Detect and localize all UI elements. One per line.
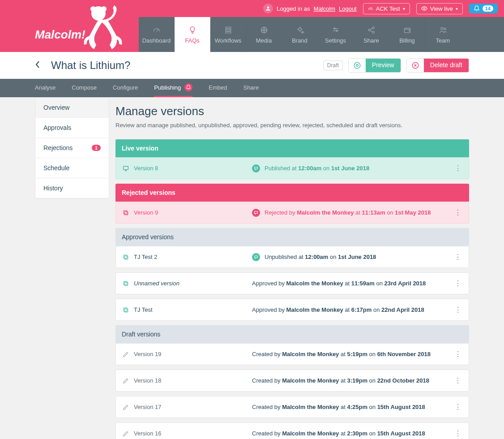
version-row: Version 8 Published at 12:00am on 1st Ju… bbox=[115, 157, 469, 179]
version-status: Created by Malcolm the Monkey at 5:19pm … bbox=[252, 351, 453, 357]
svg-rect-26 bbox=[124, 166, 128, 169]
sidebar-item-history[interactable]: History bbox=[35, 178, 109, 198]
copy-icon bbox=[122, 280, 129, 287]
sidebar-item-label: Approvals bbox=[43, 124, 71, 131]
nav-tab-label: Team bbox=[436, 37, 450, 44]
nav-tab-team[interactable]: Team bbox=[425, 17, 461, 52]
svg-point-10 bbox=[263, 27, 265, 29]
svg-point-18 bbox=[372, 31, 374, 33]
subnav-embed[interactable]: Embed bbox=[209, 79, 227, 97]
pencil-icon bbox=[122, 430, 129, 437]
version-more-button[interactable]: ⋮ bbox=[453, 279, 462, 288]
topbar: Logged in as Malcolm Logout ACK Test ▾ V… bbox=[0, 0, 504, 17]
subnav-configure[interactable]: Configure bbox=[113, 79, 138, 97]
nav-tab-dashboard[interactable]: Dashboard bbox=[139, 17, 175, 52]
nav-tab-label: Billing bbox=[399, 37, 415, 44]
version-name: Version 8 bbox=[134, 165, 158, 172]
back-button[interactable] bbox=[35, 60, 40, 71]
svg-point-12 bbox=[263, 31, 265, 32]
subnav-label: Publishing bbox=[154, 84, 181, 91]
svg-point-0 bbox=[267, 6, 269, 9]
version-name: Version 17 bbox=[134, 404, 161, 410]
brand-text: Malcolm! bbox=[35, 28, 85, 42]
section-head-live: Live version bbox=[115, 139, 469, 157]
preview-icon-button[interactable] bbox=[349, 59, 366, 72]
subnav-share[interactable]: Share bbox=[243, 79, 259, 97]
sidebar-item-approvals[interactable]: Approvals bbox=[35, 118, 109, 138]
version-status: Approved by Malcolm the Monkey at 6:17pm… bbox=[252, 306, 453, 313]
version-more-button[interactable]: ⋮ bbox=[453, 376, 462, 385]
version-more-button[interactable]: ⋮ bbox=[453, 253, 462, 261]
share-icon bbox=[367, 26, 376, 34]
version-status: Created by Malcolm the Monkey at 3:19pm … bbox=[252, 377, 453, 384]
sliders-icon bbox=[331, 26, 340, 34]
nav-tab-label: Dashboard bbox=[142, 37, 171, 44]
subnav-compose[interactable]: Compose bbox=[72, 79, 97, 97]
section-head-rejected: Rejected versions bbox=[115, 184, 469, 202]
logout-link[interactable]: Logout bbox=[339, 5, 357, 12]
svg-point-21 bbox=[441, 27, 443, 30]
version-status: Published at 12:00am on 1st June 2018 bbox=[252, 164, 453, 172]
version-more-button[interactable]: ⋮ bbox=[453, 429, 462, 438]
comment-icon bbox=[252, 253, 260, 261]
delete-icon-button[interactable] bbox=[407, 59, 424, 72]
sidebar: OverviewApprovalsRejections1ScheduleHist… bbox=[35, 97, 109, 198]
notif-count: 14 bbox=[483, 5, 493, 12]
logged-in-label: Logged in as bbox=[277, 5, 310, 12]
username-link[interactable]: Malcolm bbox=[314, 5, 335, 12]
preview-button[interactable]: Preview bbox=[366, 59, 401, 72]
subnav-label: Configure bbox=[113, 84, 138, 91]
nav-tab-share[interactable]: Share bbox=[354, 17, 389, 52]
version-more-button[interactable]: ⋮ bbox=[453, 208, 462, 217]
svg-rect-29 bbox=[124, 256, 128, 259]
svg-rect-31 bbox=[124, 282, 128, 285]
svg-point-8 bbox=[261, 27, 267, 33]
section-head-approved: Approved versions bbox=[115, 228, 469, 246]
subnav-label: Analyse bbox=[35, 84, 56, 91]
version-more-button[interactable]: ⋮ bbox=[453, 306, 462, 314]
copy-icon bbox=[122, 209, 129, 216]
version-row: TJ Test Approved by Malcolm the Monkey a… bbox=[115, 299, 469, 321]
version-status: Created by Malcolm the Monkey at 4:25pm … bbox=[252, 404, 453, 410]
nav-tab-media[interactable]: Media bbox=[246, 17, 282, 52]
svg-point-9 bbox=[263, 29, 265, 30]
logged-in-info: Logged in as Malcolm Logout bbox=[263, 4, 357, 13]
bell-badge-icon bbox=[184, 83, 192, 91]
sidebar-item-overview[interactable]: Overview bbox=[35, 98, 109, 118]
version-row: Version 9 Rejected by Malcolm the Monkey… bbox=[115, 202, 469, 224]
subnav-analyse[interactable]: Analyse bbox=[35, 79, 56, 97]
subnav: AnalyseComposeConfigurePublishingEmbedSh… bbox=[0, 79, 504, 97]
svg-rect-27 bbox=[124, 211, 128, 215]
version-more-button[interactable]: ⋮ bbox=[453, 350, 462, 358]
main-subheading: Review and manage published, unpublished… bbox=[115, 122, 469, 129]
delete-draft-button[interactable]: Delete draft bbox=[424, 59, 469, 72]
nav-tab-billing[interactable]: Billing bbox=[389, 17, 425, 52]
chevron-down-icon: ▾ bbox=[456, 6, 458, 11]
nav-tab-label: Share bbox=[363, 37, 379, 44]
nav-tab-workflows[interactable]: Workflows bbox=[210, 17, 246, 52]
pencil-icon bbox=[122, 404, 129, 411]
draft-badge: Draft bbox=[323, 60, 343, 70]
ack-test-button[interactable]: ACK Test ▾ bbox=[363, 3, 410, 14]
section-head-draft: Draft versions bbox=[115, 325, 469, 343]
svg-point-22 bbox=[444, 28, 446, 30]
sidebar-item-schedule[interactable]: Schedule bbox=[35, 158, 109, 178]
nav-tab-settings[interactable]: Settings bbox=[318, 17, 354, 52]
nav-tab-brand[interactable]: Brand bbox=[282, 17, 318, 52]
version-more-button[interactable]: ⋮ bbox=[453, 164, 462, 172]
main-heading: Manage versions bbox=[115, 104, 469, 118]
version-name-cell: Unnamed version bbox=[122, 280, 252, 287]
svg-point-23 bbox=[354, 62, 360, 69]
svg-point-1 bbox=[423, 8, 425, 9]
version-row: Version 18 Created by Malcolm the Monkey… bbox=[115, 370, 469, 392]
sidebar-item-rejections[interactable]: Rejections1 bbox=[35, 138, 109, 158]
view-live-button[interactable]: View live ▾ bbox=[416, 3, 463, 14]
version-name-cell: Version 18 bbox=[122, 377, 252, 384]
sidebar-item-label: Overview bbox=[43, 104, 69, 111]
subnav-publishing[interactable]: Publishing bbox=[154, 79, 192, 97]
svg-point-3 bbox=[90, 6, 96, 12]
nav-tab-faqs[interactable]: FAQs bbox=[175, 17, 210, 52]
main-nav: DashboardFAQsWorkflowsMediaBrandSettings… bbox=[139, 17, 504, 52]
notifications-button[interactable]: 14 bbox=[469, 4, 498, 13]
version-more-button[interactable]: ⋮ bbox=[453, 403, 462, 411]
